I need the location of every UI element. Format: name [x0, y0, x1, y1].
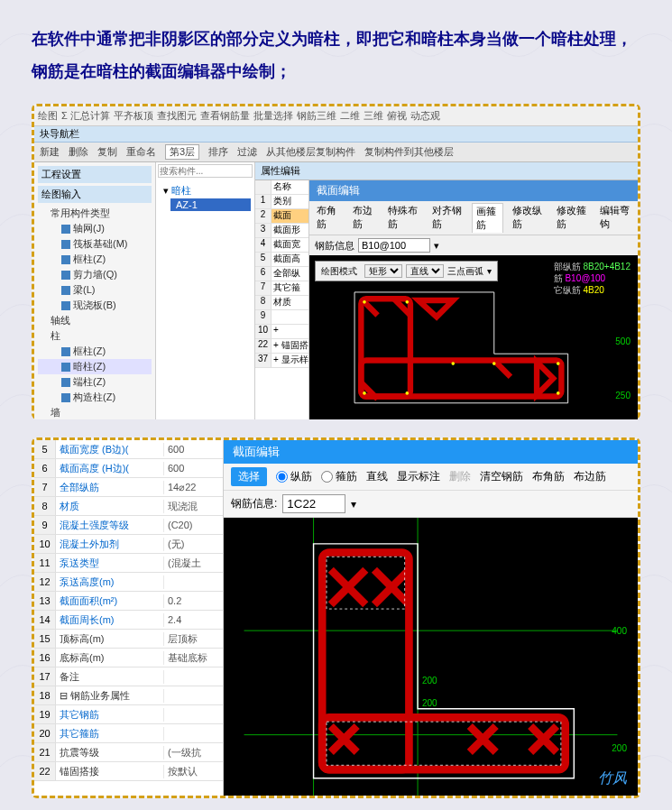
- tb-batch[interactable]: 批量选择: [253, 109, 293, 123]
- section-canvas[interactable]: 绘图模式 矩形 直线 三点画弧 ▾ 部纵筋 8B20+4B12 筋 B10@10…: [309, 255, 638, 419]
- prop-row[interactable]: 5截面宽度 (B边)(600: [34, 440, 223, 459]
- prop-row[interactable]: 12泵送高度(m): [34, 573, 223, 592]
- tree-item[interactable]: 剪力墙(Q): [38, 267, 152, 282]
- btn-edge[interactable]: 布边筋: [574, 469, 606, 484]
- prop-row[interactable]: 11泵送类型(混凝土: [34, 554, 223, 573]
- tb-del[interactable]: 删除: [69, 145, 88, 159]
- editor-tab[interactable]: 布角筋: [313, 203, 344, 233]
- grid-row[interactable]: 4截面宽: [255, 238, 308, 253]
- tree-item[interactable]: 轴网(J): [38, 221, 152, 236]
- tree-item[interactable]: 现浇板(B): [38, 298, 152, 313]
- section-editor: 截面编辑 布角筋布边筋特殊布筋对齐钢筋画箍筋修改纵筋修改箍筋编辑弯钩 钢筋信息 …: [309, 180, 638, 419]
- editor-tab[interactable]: 修改纵筋: [509, 203, 547, 233]
- tree-item[interactable]: 端柱(Z): [38, 374, 152, 390]
- tb-2d[interactable]: 二维: [340, 109, 360, 123]
- editor-tab[interactable]: 修改箍筋: [553, 203, 591, 233]
- property-table[interactable]: 5截面宽度 (B边)(6006截面高度 (H边)(6007全部纵筋14⌀228材…: [34, 440, 224, 796]
- tree-item[interactable]: 柱: [38, 328, 152, 344]
- grid-row[interactable]: 6全部纵: [255, 267, 308, 281]
- prop-row[interactable]: 22锚固搭接按默认: [34, 762, 223, 781]
- editor-tab[interactable]: 对齐钢筋: [428, 203, 466, 233]
- grid-row[interactable]: 22+ 锚固搭: [255, 339, 308, 354]
- prop-row[interactable]: 17备注: [34, 667, 223, 686]
- tb-copyto[interactable]: 复制构件到其他楼层: [364, 145, 454, 159]
- dim-200a: 200: [422, 676, 437, 686]
- dropdown-icon[interactable]: ▾: [434, 240, 439, 252]
- tree-item[interactable]: 框柱(Z): [38, 252, 152, 267]
- grid-row[interactable]: 10+: [255, 325, 308, 339]
- select-button[interactable]: 选择: [231, 467, 267, 486]
- attr-header: 属性编辑: [255, 162, 638, 180]
- grid-row[interactable]: 37+ 显示样: [255, 354, 308, 368]
- floor-selector[interactable]: 第3层: [165, 144, 199, 160]
- grid-row[interactable]: 1类别: [255, 195, 308, 209]
- prop-row[interactable]: 13截面面积(m²)0.2: [34, 592, 223, 611]
- rebar-info-input[interactable]: [358, 238, 430, 253]
- tb-filter[interactable]: 过滤: [237, 145, 257, 159]
- tb-summary[interactable]: Σ 汇总计算: [61, 109, 110, 123]
- prop-row[interactable]: 16底标高(m)基础底标: [34, 649, 223, 667]
- prop-row[interactable]: 14截面周长(m)2.4: [34, 611, 223, 630]
- tb-find[interactable]: 查找图元: [157, 109, 197, 123]
- prop-row[interactable]: 10混凝土外加剂(无): [34, 535, 223, 554]
- tb-rotate[interactable]: 俯视: [387, 109, 407, 123]
- prop-row[interactable]: 19其它钢筋: [34, 705, 223, 724]
- tb-dyn[interactable]: 动态观: [410, 109, 440, 123]
- prop-row[interactable]: 7全部纵筋14⌀22: [34, 478, 223, 497]
- svg-point-8: [363, 391, 366, 395]
- tb-copyfrom[interactable]: 从其他楼层复制构件: [266, 145, 355, 159]
- tree-item[interactable]: 轴线: [38, 313, 152, 328]
- editor-tab[interactable]: 编辑弯钩: [596, 203, 634, 233]
- editor2-toolbar: 选择 纵筋 箍筋 直线 显示标注 删除 清空钢筋 布角筋 布边筋: [224, 464, 638, 491]
- tb-rebar3d[interactable]: 钢筋三维: [297, 109, 336, 123]
- search-input[interactable]: [158, 164, 253, 178]
- prop-row[interactable]: 9混凝土强度等级(C20): [34, 516, 223, 535]
- tree-item[interactable]: 构造柱(Z): [38, 390, 152, 405]
- editor-tab[interactable]: 画箍筋: [472, 203, 504, 233]
- section-canvas-2[interactable]: 400 200 200 200 竹风: [224, 518, 638, 796]
- prop-row[interactable]: 15顶标高(m)层顶标: [34, 630, 223, 649]
- radio-zongjin[interactable]: 纵筋: [276, 469, 312, 484]
- tb-copy[interactable]: 复制: [97, 145, 117, 159]
- btn-corner[interactable]: 布角筋: [532, 469, 565, 484]
- property-grid[interactable]: 名称1类别2截面3截面形4截面宽5截面高6全部纵7其它箍8材质910+22+ 锚…: [255, 180, 309, 419]
- prop-row[interactable]: 18⊟ 钢筋业务属性: [34, 686, 223, 705]
- tb-new[interactable]: 新建: [40, 145, 60, 159]
- prop-row[interactable]: 20其它箍筋: [34, 724, 223, 743]
- svg-point-6: [363, 300, 366, 304]
- grid-row[interactable]: 2截面: [255, 209, 308, 224]
- grid-row[interactable]: 8材质: [255, 296, 308, 310]
- tree-item[interactable]: 墙: [38, 405, 152, 419]
- component-tree[interactable]: 工程设置 绘图输入 常用构件类型轴网(J)筏板基础(M)框柱(Z)剪力墙(Q)梁…: [34, 162, 156, 419]
- tree-item[interactable]: 常用构件类型: [38, 206, 152, 221]
- prop-row[interactable]: 8材质现浇混: [34, 497, 223, 516]
- btn-delete[interactable]: 删除: [449, 469, 471, 484]
- editor-tab[interactable]: 特殊布筋: [384, 203, 422, 233]
- tb-align[interactable]: 平齐板顶: [114, 109, 153, 123]
- btn-showdim[interactable]: 显示标注: [397, 469, 440, 484]
- grid-row[interactable]: 9: [255, 310, 308, 325]
- tree-item[interactable]: 框柱(Z): [38, 344, 152, 359]
- prop-row[interactable]: 21抗震等级(一级抗: [34, 743, 223, 762]
- tb-rename[interactable]: 重命名: [126, 145, 156, 159]
- grid-row[interactable]: 名称: [255, 180, 308, 195]
- btn-line[interactable]: 直线: [366, 469, 388, 484]
- tree-item[interactable]: 筏板基础(M): [38, 236, 152, 252]
- btn-clear[interactable]: 清空钢筋: [480, 469, 523, 484]
- grid-row[interactable]: 7其它箍: [255, 281, 308, 296]
- radio-gujin[interactable]: 箍筋: [321, 469, 357, 484]
- rebar-info-input-2[interactable]: [282, 494, 345, 513]
- tree-item[interactable]: 梁(L): [38, 282, 152, 298]
- grid-row[interactable]: 5截面高: [255, 253, 308, 267]
- mid-selected[interactable]: AZ-1: [170, 198, 251, 211]
- tb-view[interactable]: 查看钢筋量: [200, 109, 250, 123]
- editor-tab[interactable]: 布边筋: [349, 203, 380, 233]
- dropdown-icon[interactable]: ▾: [351, 498, 356, 511]
- prop-row[interactable]: 6截面高度 (H边)(600: [34, 459, 223, 478]
- tb-sort[interactable]: 排序: [208, 145, 228, 159]
- mid-root[interactable]: ▾ 暗柱: [160, 183, 251, 198]
- tb-draw[interactable]: 绘图: [38, 109, 58, 123]
- grid-row[interactable]: 3截面形: [255, 224, 308, 238]
- tree-item[interactable]: 暗柱(Z): [38, 359, 152, 374]
- tb-3d[interactable]: 三维: [364, 109, 383, 123]
